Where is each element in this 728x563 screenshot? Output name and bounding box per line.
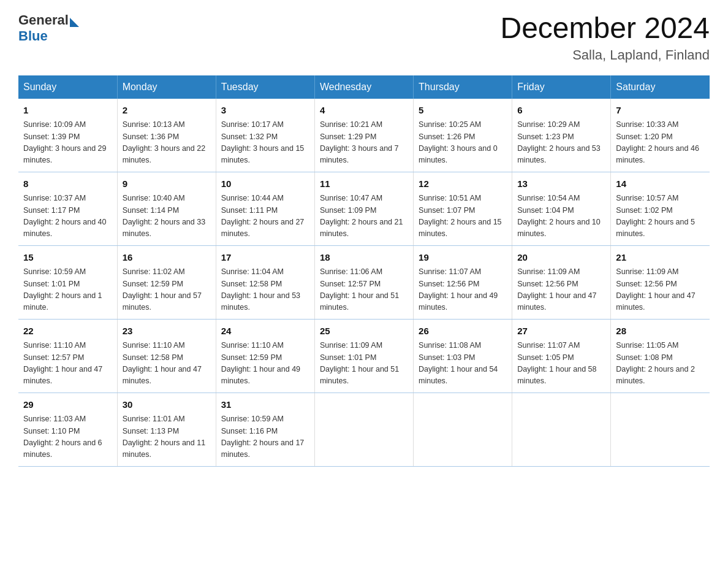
table-row: 21Sunrise: 11:09 AMSunset: 12:56 PMDayli… — [611, 245, 710, 319]
table-row: 15Sunrise: 10:59 AMSunset: 1:01 PMDaylig… — [18, 245, 117, 319]
header-thursday: Thursday — [414, 75, 512, 99]
day-info: Sunrise: 10:59 AMSunset: 1:16 PMDaylight… — [221, 413, 309, 461]
day-number: 30 — [123, 398, 211, 412]
table-row: 6Sunrise: 10:29 AMSunset: 1:23 PMDayligh… — [512, 99, 611, 172]
table-row: 28Sunrise: 11:05 AMSunset: 1:08 PMDaylig… — [611, 319, 710, 393]
table-row: 27Sunrise: 11:07 AMSunset: 1:05 PMDaylig… — [512, 319, 611, 393]
day-number: 13 — [517, 177, 605, 191]
day-info: Sunrise: 11:07 AMSunset: 1:05 PMDaylight… — [517, 340, 605, 388]
table-row: 14Sunrise: 10:57 AMSunset: 1:02 PMDaylig… — [611, 172, 710, 245]
month-title: December 2024 — [500, 12, 710, 45]
table-row: 12Sunrise: 10:51 AMSunset: 1:07 PMDaylig… — [414, 172, 512, 245]
day-info: Sunrise: 11:09 AMSunset: 12:56 PMDayligh… — [616, 266, 705, 314]
day-number: 6 — [517, 104, 605, 118]
location-text: Salla, Lapland, Finland — [500, 47, 710, 63]
day-info: Sunrise: 10:21 AMSunset: 1:29 PMDaylight… — [320, 119, 408, 167]
logo: General Blue — [18, 12, 79, 44]
table-row: 1Sunrise: 10:09 AMSunset: 1:39 PMDayligh… — [18, 99, 117, 172]
table-row: 20Sunrise: 11:09 AMSunset: 12:56 PMDayli… — [512, 245, 611, 319]
week-row-2: 8Sunrise: 10:37 AMSunset: 1:17 PMDayligh… — [18, 172, 710, 245]
day-number: 23 — [123, 324, 211, 339]
day-number: 2 — [123, 104, 211, 118]
table-row: 3Sunrise: 10:17 AMSunset: 1:32 PMDayligh… — [216, 99, 314, 172]
table-row — [512, 393, 611, 466]
table-row: 5Sunrise: 10:25 AMSunset: 1:26 PMDayligh… — [414, 99, 512, 172]
day-info: Sunrise: 10:44 AMSunset: 1:11 PMDaylight… — [221, 193, 309, 240]
table-row — [314, 393, 413, 466]
header-sunday: Sunday — [18, 75, 117, 99]
day-info: Sunrise: 11:01 AMSunset: 1:13 PMDaylight… — [123, 413, 211, 461]
day-info: Sunrise: 10:51 AMSunset: 1:07 PMDaylight… — [419, 193, 507, 240]
day-number: 16 — [123, 251, 211, 265]
table-row: 2Sunrise: 10:13 AMSunset: 1:36 PMDayligh… — [117, 99, 216, 172]
day-number: 5 — [419, 104, 507, 118]
day-info: Sunrise: 10:59 AMSunset: 1:01 PMDaylight… — [23, 266, 112, 314]
day-number: 7 — [616, 104, 705, 118]
day-number: 22 — [23, 324, 112, 339]
day-number: 9 — [123, 177, 211, 191]
day-info: Sunrise: 11:04 AMSunset: 12:58 PMDayligh… — [221, 266, 309, 314]
day-number: 19 — [419, 251, 507, 265]
calendar-table: SundayMondayTuesdayWednesdayThursdayFrid… — [18, 75, 710, 467]
table-row: 24Sunrise: 11:10 AMSunset: 12:59 PMDayli… — [216, 319, 314, 393]
day-info: Sunrise: 10:37 AMSunset: 1:17 PMDaylight… — [23, 193, 112, 240]
day-info: Sunrise: 11:05 AMSunset: 1:08 PMDaylight… — [616, 340, 705, 388]
table-row: 11Sunrise: 10:47 AMSunset: 1:09 PMDaylig… — [314, 172, 413, 245]
day-info: Sunrise: 11:02 AMSunset: 12:59 PMDayligh… — [123, 266, 211, 314]
calendar-header-row: SundayMondayTuesdayWednesdayThursdayFrid… — [18, 75, 710, 99]
table-row: 4Sunrise: 10:21 AMSunset: 1:29 PMDayligh… — [314, 99, 413, 172]
logo-general-text: General — [18, 12, 69, 28]
day-number: 28 — [616, 324, 705, 339]
table-row: 10Sunrise: 10:44 AMSunset: 1:11 PMDaylig… — [216, 172, 314, 245]
title-section: December 2024 Salla, Lapland, Finland — [500, 12, 710, 63]
day-info: Sunrise: 10:54 AMSunset: 1:04 PMDaylight… — [517, 193, 605, 240]
day-number: 11 — [320, 177, 408, 191]
table-row: 26Sunrise: 11:08 AMSunset: 1:03 PMDaylig… — [414, 319, 512, 393]
day-info: Sunrise: 11:08 AMSunset: 1:03 PMDaylight… — [419, 340, 507, 388]
table-row: 25Sunrise: 11:09 AMSunset: 1:01 PMDaylig… — [314, 319, 413, 393]
day-number: 4 — [320, 104, 408, 118]
day-number: 31 — [221, 398, 309, 412]
day-info: Sunrise: 10:09 AMSunset: 1:39 PMDaylight… — [23, 119, 112, 167]
table-row: 18Sunrise: 11:06 AMSunset: 12:57 PMDayli… — [314, 245, 413, 319]
day-number: 20 — [517, 251, 605, 265]
table-row: 30Sunrise: 11:01 AMSunset: 1:13 PMDaylig… — [117, 393, 216, 466]
day-number: 12 — [419, 177, 507, 191]
day-info: Sunrise: 10:33 AMSunset: 1:20 PMDaylight… — [616, 119, 705, 167]
table-row: 13Sunrise: 10:54 AMSunset: 1:04 PMDaylig… — [512, 172, 611, 245]
day-number: 25 — [320, 324, 408, 339]
table-row — [414, 393, 512, 466]
day-number: 14 — [616, 177, 705, 191]
page-header: General Blue December 2024 Salla, Laplan… — [18, 12, 710, 63]
table-row: 23Sunrise: 11:10 AMSunset: 12:58 PMDayli… — [117, 319, 216, 393]
day-info: Sunrise: 10:13 AMSunset: 1:36 PMDaylight… — [123, 119, 211, 167]
header-saturday: Saturday — [611, 75, 710, 99]
day-number: 17 — [221, 251, 309, 265]
day-info: Sunrise: 11:03 AMSunset: 1:10 PMDaylight… — [23, 413, 112, 461]
table-row: 22Sunrise: 11:10 AMSunset: 12:57 PMDayli… — [18, 319, 117, 393]
day-info: Sunrise: 10:29 AMSunset: 1:23 PMDaylight… — [517, 119, 605, 167]
table-row: 17Sunrise: 11:04 AMSunset: 12:58 PMDayli… — [216, 245, 314, 319]
week-row-3: 15Sunrise: 10:59 AMSunset: 1:01 PMDaylig… — [18, 245, 710, 319]
day-info: Sunrise: 10:47 AMSunset: 1:09 PMDaylight… — [320, 193, 408, 240]
table-row: 9Sunrise: 10:40 AMSunset: 1:14 PMDayligh… — [117, 172, 216, 245]
day-number: 10 — [221, 177, 309, 191]
header-wednesday: Wednesday — [314, 75, 413, 99]
day-number: 21 — [616, 251, 705, 265]
day-info: Sunrise: 11:10 AMSunset: 12:57 PMDayligh… — [23, 340, 112, 388]
day-number: 24 — [221, 324, 309, 339]
week-row-4: 22Sunrise: 11:10 AMSunset: 12:57 PMDayli… — [18, 319, 710, 393]
day-info: Sunrise: 10:17 AMSunset: 1:32 PMDaylight… — [221, 119, 309, 167]
day-number: 26 — [419, 324, 507, 339]
day-number: 1 — [23, 104, 112, 118]
header-tuesday: Tuesday — [216, 75, 314, 99]
table-row: 16Sunrise: 11:02 AMSunset: 12:59 PMDayli… — [117, 245, 216, 319]
day-number: 8 — [23, 177, 112, 191]
header-monday: Monday — [117, 75, 216, 99]
table-row: 7Sunrise: 10:33 AMSunset: 1:20 PMDayligh… — [611, 99, 710, 172]
day-number: 3 — [221, 104, 309, 118]
day-info: Sunrise: 11:09 AMSunset: 1:01 PMDaylight… — [320, 340, 408, 388]
week-row-5: 29Sunrise: 11:03 AMSunset: 1:10 PMDaylig… — [18, 393, 710, 466]
day-number: 18 — [320, 251, 408, 265]
week-row-1: 1Sunrise: 10:09 AMSunset: 1:39 PMDayligh… — [18, 99, 710, 172]
